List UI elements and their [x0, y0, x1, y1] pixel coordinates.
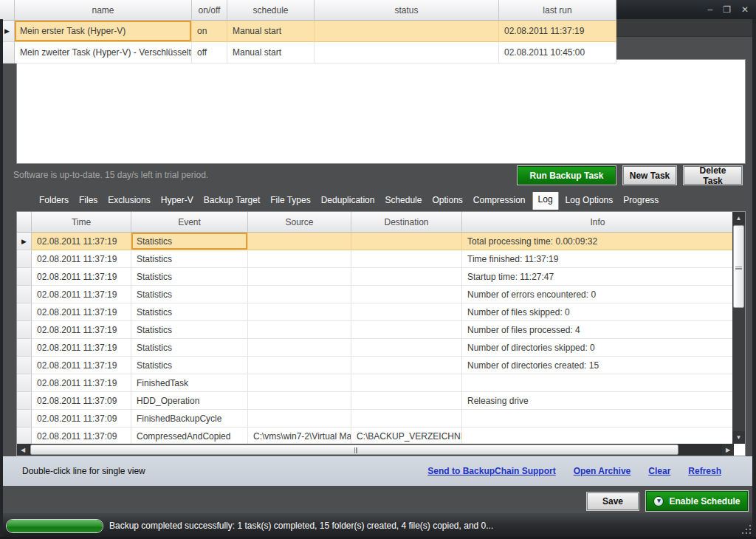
cell-time[interactable]: 02.08.2011 11:37:19 — [32, 286, 131, 303]
log-row[interactable]: 02.08.2011 11:37:09HDD_OperationReleasin… — [17, 392, 734, 410]
cell-info[interactable]: Number of directories created: 15 — [462, 357, 734, 374]
column-header-time[interactable]: Time — [32, 212, 131, 233]
column-header-name[interactable]: name — [15, 0, 192, 21]
cell-info[interactable]: Number of directories skipped: 0 — [462, 339, 734, 357]
delete-task-button[interactable]: Delete Task — [684, 166, 742, 185]
cell-destination[interactable] — [351, 410, 462, 428]
cell-name[interactable]: Mein erster Task (Hyper-V) — [15, 21, 192, 42]
log-vertical-scrollbar[interactable]: ▲ ▼ — [732, 212, 745, 444]
cell-time[interactable]: 02.08.2011 11:37:09 — [32, 428, 131, 445]
task-row[interactable]: Mein zweiter Task (Hyper-V) - Verschlüss… — [0, 42, 616, 63]
cell-status[interactable] — [315, 42, 499, 63]
cell-destination[interactable] — [351, 392, 462, 410]
tab-exclusions[interactable]: Exclusions — [104, 192, 154, 210]
cell-schedule[interactable]: Manual start — [227, 21, 315, 42]
column-header-destination[interactable]: Destination — [351, 212, 462, 233]
cell-destination[interactable] — [351, 250, 462, 268]
link-clear[interactable]: Clear — [648, 466, 670, 476]
link-send-to-backupchain-support[interactable]: Send to BackupChain Support — [427, 466, 555, 476]
cell-event[interactable]: Statistics — [131, 357, 248, 374]
log-row[interactable]: 02.08.2011 11:37:19StatisticsTime finish… — [17, 250, 734, 268]
cell-source[interactable] — [248, 233, 351, 250]
cell-source[interactable] — [248, 321, 351, 339]
cell-time[interactable]: 02.08.2011 11:37:09 — [32, 410, 131, 428]
cell-name[interactable]: Mein zweiter Task (Hyper-V) - Verschlüss… — [15, 42, 192, 63]
row-selector[interactable] — [17, 303, 32, 321]
column-header-event[interactable]: Event — [131, 212, 248, 233]
log-row[interactable]: 02.08.2011 11:37:09FinishedBackupCycle — [17, 410, 734, 428]
column-header-status[interactable]: status — [315, 0, 499, 21]
cell-time[interactable]: 02.08.2011 11:37:19 — [32, 303, 131, 321]
save-button[interactable]: Save — [587, 492, 639, 510]
tab-log[interactable]: Log — [532, 192, 559, 210]
cell-status[interactable] — [315, 21, 499, 42]
tab-backup-target[interactable]: Backup Target — [200, 192, 264, 210]
cell-destination[interactable] — [351, 357, 462, 374]
cell-event[interactable]: Statistics — [131, 268, 248, 286]
tab-files[interactable]: Files — [75, 192, 101, 210]
tab-folders[interactable]: Folders — [35, 192, 72, 210]
cell-destination[interactable] — [351, 303, 462, 321]
cell-onoff[interactable]: on — [192, 21, 227, 42]
cell-source[interactable] — [248, 286, 351, 303]
log-row[interactable]: 02.08.2011 11:37:19StatisticsNumber of d… — [17, 357, 734, 374]
cell-time[interactable]: 02.08.2011 11:37:09 — [32, 392, 131, 410]
cell-destination[interactable] — [351, 374, 462, 392]
tab-schedule[interactable]: Schedule — [381, 192, 425, 210]
cell-destination[interactable] — [351, 339, 462, 357]
tab-log-options[interactable]: Log Options — [562, 192, 617, 210]
cell-last_run[interactable]: 02.08.2011 10:45:00 — [499, 42, 616, 63]
row-selector[interactable] — [17, 410, 32, 428]
cell-destination[interactable] — [351, 286, 462, 303]
tab-hyper-v[interactable]: Hyper-V — [157, 192, 197, 210]
minimize-icon[interactable]: – — [707, 5, 712, 14]
link-open-archive[interactable]: Open Archive — [574, 466, 631, 476]
cell-event[interactable]: Statistics — [131, 303, 248, 321]
cell-info[interactable]: Number of files processed: 4 — [462, 321, 734, 339]
column-header-schedule[interactable]: schedule — [227, 0, 315, 21]
cell-destination[interactable] — [351, 233, 462, 250]
row-selector[interactable] — [17, 392, 32, 410]
column-header-on-off[interactable]: on/off — [192, 0, 227, 21]
scroll-up-icon[interactable]: ▲ — [732, 212, 745, 224]
cell-info[interactable]: Number of errors encountered: 0 — [462, 286, 734, 303]
cell-info[interactable]: Time finished: 11:37:19 — [462, 250, 734, 268]
cell-onoff[interactable]: off — [192, 42, 227, 63]
row-selector[interactable] — [17, 250, 32, 268]
cell-event[interactable]: Statistics — [131, 250, 248, 268]
log-row[interactable]: 02.08.2011 11:37:19FinishedTask — [17, 374, 734, 392]
horizontal-scroll-thumb[interactable] — [30, 444, 678, 455]
column-header-source[interactable]: Source — [248, 212, 351, 233]
row-selector[interactable] — [17, 428, 32, 445]
log-row[interactable]: ▶02.08.2011 11:37:19StatisticsTotal proc… — [17, 233, 734, 250]
cell-source[interactable] — [248, 250, 351, 268]
cell-info[interactable]: Releasing drive — [462, 392, 734, 410]
tab-file-types[interactable]: File Types — [267, 192, 314, 210]
cell-time[interactable]: 02.08.2011 11:37:19 — [32, 374, 131, 392]
scroll-down-icon[interactable]: ▼ — [732, 431, 745, 444]
vertical-scroll-thumb[interactable] — [733, 225, 744, 308]
cell-event[interactable]: FinishedTask — [131, 374, 248, 392]
tab-deduplication[interactable]: Deduplication — [317, 192, 379, 210]
maximize-icon[interactable]: ❐ — [723, 5, 731, 14]
cell-source[interactable] — [248, 410, 351, 428]
cell-destination[interactable] — [351, 268, 462, 286]
cell-info[interactable] — [462, 374, 734, 392]
cell-time[interactable]: 02.08.2011 11:37:19 — [32, 339, 131, 357]
scroll-left-icon[interactable]: ◀ — [17, 444, 29, 456]
cell-event[interactable]: FinishedBackupCycle — [131, 410, 248, 428]
tab-progress[interactable]: Progress — [619, 192, 662, 210]
cell-info[interactable]: Startup time: 11:27:47 — [462, 268, 734, 286]
cell-source[interactable] — [248, 392, 351, 410]
log-row[interactable]: 02.08.2011 11:37:19StatisticsNumber of f… — [17, 303, 734, 321]
cell-info[interactable] — [462, 410, 734, 428]
cell-info[interactable] — [462, 428, 734, 445]
row-selector[interactable]: ▶ — [17, 233, 32, 250]
tab-options[interactable]: Options — [428, 192, 466, 210]
log-row[interactable]: 02.08.2011 11:37:19StatisticsNumber of d… — [17, 339, 734, 357]
tab-compression[interactable]: Compression — [470, 192, 529, 210]
row-selector[interactable] — [17, 321, 32, 339]
cell-source[interactable]: C:\vms\win7-2\Virtual Mac... — [248, 428, 351, 445]
cell-event[interactable]: CompressedAndCopied — [131, 428, 248, 445]
row-selector[interactable] — [17, 357, 32, 374]
